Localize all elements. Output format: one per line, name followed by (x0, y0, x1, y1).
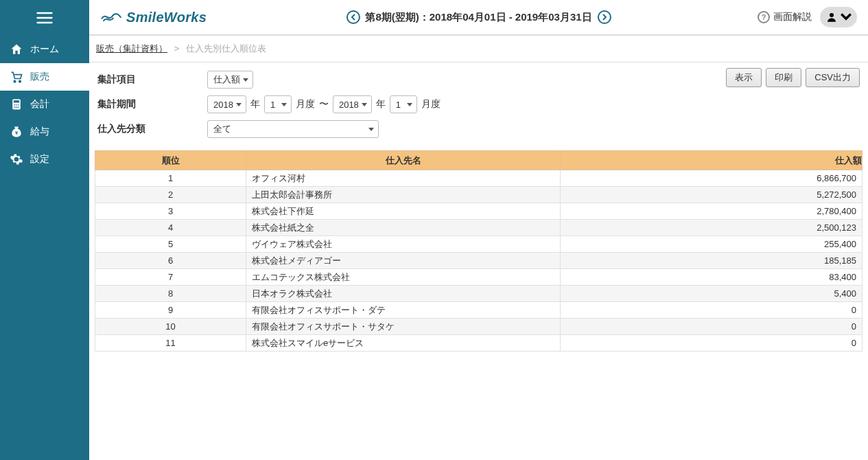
svg-point-8 (16, 104, 17, 106)
sidebar-item-accounting[interactable]: 会計 (0, 91, 89, 118)
col-header-rank: 順位 (95, 151, 246, 170)
sidebar-item-label: 販売 (30, 71, 49, 83)
chevron-down-icon (840, 11, 852, 23)
calculator-icon (10, 97, 23, 111)
brand-text: SmileWorks (126, 10, 207, 25)
breadcrumb: 販売（集計資料） > 仕入先別仕入順位表 (89, 36, 868, 62)
table-row: 9有限会社オフィスサポート・ダテ0 (95, 302, 863, 319)
cell-supplier: 日本オラク株式会社 (246, 286, 561, 302)
breadcrumb-parent-link[interactable]: 販売（集計資料） (96, 43, 167, 54)
svg-point-12 (18, 106, 19, 108)
cell-amount: 2,780,400 (561, 203, 863, 220)
user-menu-button[interactable] (820, 7, 857, 27)
month-suffix: 月度 (421, 98, 441, 111)
breadcrumb-current: 仕入先別仕入順位表 (186, 43, 266, 54)
table-row: 7エムコテックス株式会社83,400 (95, 269, 863, 286)
action-buttons: 表示 印刷 CSV出力 (722, 68, 860, 87)
cell-amount: 6,866,700 (561, 170, 863, 187)
help-label: 画面解説 (773, 11, 812, 23)
col-header-supplier: 仕入先名 (246, 151, 561, 170)
cell-rank: 5 (95, 236, 246, 253)
period-prev-button[interactable] (346, 10, 360, 24)
aggregate-item-select[interactable]: 仕入額 (207, 71, 253, 89)
cell-amount: 5,400 (561, 286, 863, 302)
topbar-right: ? 画面解説 (758, 7, 857, 27)
period-navigator: 第8期(翌期)：2018年04月01日 - 2019年03月31日 (340, 10, 616, 24)
cell-amount: 0 (561, 319, 863, 335)
brand-logo: SmileWorks (100, 10, 207, 25)
period-next-button[interactable] (598, 10, 611, 24)
sidebar-item-label: 設定 (30, 153, 49, 165)
col-header-amount: 仕入額 (561, 151, 863, 170)
table-row: 10有限会社オフィスサポート・サタケ0 (95, 319, 863, 335)
gear-icon (10, 152, 23, 166)
from-month-select[interactable]: 1 (264, 95, 292, 113)
sidebar-item-payroll[interactable]: ¥ 給与 (0, 118, 89, 146)
table-row: 6株式会社メディアゴー185,185 (95, 253, 863, 269)
cell-amount: 185,185 (561, 253, 863, 269)
cell-supplier: 株式会社スマイルeサービス (246, 335, 561, 352)
ranking-table: 順位 仕入先名 仕入額 1オフィス河村6,866,7002上田太郎会計事務所5,… (95, 150, 863, 352)
table-row: 2上田太郎会計事務所5,272,500 (95, 187, 863, 203)
svg-point-10 (14, 106, 16, 108)
cell-rank: 1 (95, 170, 246, 187)
to-month-select[interactable]: 1 (390, 95, 417, 113)
logo-icon (100, 10, 124, 25)
sidebar-item-label: ホーム (30, 43, 59, 56)
cell-amount: 255,400 (561, 236, 863, 253)
topbar: SmileWorks 第8期(翌期)：2018年04月01日 - 2019年03… (89, 0, 868, 36)
menu-toggle-button[interactable] (0, 0, 89, 36)
table-row: 3株式会社下作延2,780,400 (95, 203, 863, 220)
cell-supplier: オフィス河村 (246, 170, 561, 187)
yen-bag-icon: ¥ (10, 125, 23, 139)
supplier-category-select[interactable]: 全て (207, 120, 379, 138)
aggregate-period-label: 集計期間 (97, 98, 207, 111)
svg-point-7 (14, 104, 16, 106)
user-icon (825, 11, 838, 23)
show-button[interactable]: 表示 (726, 68, 762, 87)
cell-supplier: エムコテックス株式会社 (246, 269, 561, 286)
cell-amount: 5,272,500 (561, 187, 863, 203)
from-year-select[interactable]: 2018 (207, 95, 246, 113)
sidebar-item-label: 会計 (30, 98, 49, 111)
svg-point-11 (16, 106, 17, 108)
supplier-category-label: 仕入先分類 (97, 123, 207, 135)
cell-rank: 2 (95, 187, 246, 203)
svg-point-9 (18, 104, 19, 106)
cell-amount: 0 (561, 302, 863, 319)
table-row: 8日本オラク株式会社5,400 (95, 286, 863, 302)
svg-point-4 (19, 80, 21, 82)
table-row: 11株式会社スマイルeサービス0 (95, 335, 863, 352)
breadcrumb-separator: > (174, 43, 180, 54)
chevron-right-icon (602, 14, 607, 21)
cell-rank: 4 (95, 220, 246, 236)
year-suffix: 年 (376, 98, 386, 111)
cell-rank: 10 (95, 319, 246, 335)
chevron-left-icon (350, 14, 355, 21)
home-icon (10, 43, 23, 56)
sidebar-item-label: 給与 (30, 126, 49, 138)
to-year-select[interactable]: 2018 (333, 95, 372, 113)
cell-amount: 0 (561, 335, 863, 352)
svg-rect-6 (14, 100, 19, 102)
cell-supplier: 有限会社オフィスサポート・サタケ (246, 319, 561, 335)
table-container: 順位 仕入先名 仕入額 1オフィス河村6,866,7002上田太郎会計事務所5,… (89, 150, 868, 352)
year-suffix: 年 (250, 98, 260, 111)
cell-amount: 2,500,123 (561, 220, 863, 236)
help-button[interactable]: ? 画面解説 (758, 11, 812, 23)
table-row: 5ヴイウェア株式会社255,400 (95, 236, 863, 253)
sidebar-item-sales[interactable]: 販売 (0, 63, 89, 91)
sidebar-item-home[interactable]: ホーム (0, 36, 89, 63)
sidebar-item-settings[interactable]: 設定 (0, 146, 89, 173)
svg-point-14 (830, 13, 834, 17)
csv-export-button[interactable]: CSV出力 (806, 68, 860, 87)
month-suffix: 月度 (296, 98, 315, 111)
main-area: SmileWorks 第8期(翌期)：2018年04月01日 - 2019年03… (89, 0, 868, 352)
cell-supplier: 株式会社下作延 (246, 203, 561, 220)
cell-supplier: 株式会社メディアゴー (246, 253, 561, 269)
table-row: 4株式会社紙之全2,500,123 (95, 220, 863, 236)
print-button[interactable]: 印刷 (766, 68, 801, 87)
table-row: 1オフィス河村6,866,700 (95, 170, 863, 187)
aggregate-item-label: 集計項目 (97, 73, 207, 86)
filters-panel: 表示 印刷 CSV出力 集計項目 仕入額 集計期間 2018 年 1 月度 〜 … (89, 62, 868, 150)
